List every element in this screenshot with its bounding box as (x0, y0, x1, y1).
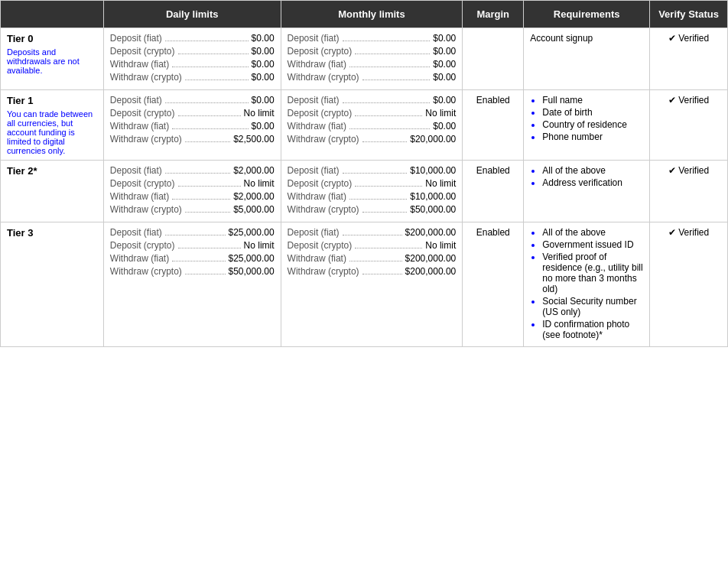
requirement-item: Phone number (542, 132, 643, 142)
table-row: Tier 0Deposits and withdrawals are not a… (1, 28, 728, 90)
limit-label: Deposit (fiat) (288, 33, 340, 44)
limit-value: No limit (244, 240, 275, 251)
limit-value: $0.00 (433, 121, 456, 132)
limit-dots (178, 106, 241, 116)
limit-dots (362, 132, 408, 142)
verified-badge: ✔ Verified (668, 227, 709, 238)
limit-value: $10,000.00 (410, 191, 456, 202)
daily-limits-cell: Deposit (fiat) $25,000.00 Deposit (crypt… (103, 222, 281, 347)
limit-dots (178, 44, 249, 54)
verify-status-cell: ✔ Verified (650, 90, 728, 161)
limit-dots (349, 57, 430, 67)
limit-label: Withdraw (fiat) (110, 191, 169, 202)
limit-value: $10,000.00 (410, 165, 456, 176)
table-row: Tier 1You can trade between all currenci… (1, 90, 728, 161)
tier-cell: Tier 2* (1, 161, 104, 222)
requirement-item: Country of residence (542, 119, 643, 130)
limit-value: No limit (244, 108, 275, 119)
limit-value: No limit (425, 240, 456, 251)
table-row: Tier 2* Deposit (fiat) $2,000.00 Deposit… (1, 161, 728, 222)
limit-dots (343, 93, 431, 103)
margin-cell: Enabled (463, 222, 524, 347)
limit-row: Withdraw (fiat) $0.00 (110, 59, 275, 70)
limit-value: No limit (244, 178, 275, 189)
col-monthly-header: Monthly limits (281, 1, 463, 28)
limit-label: Deposit (fiat) (110, 165, 162, 176)
limit-label: Withdraw (fiat) (288, 191, 346, 202)
limit-row: Withdraw (fiat) $0.00 (288, 121, 457, 132)
limit-dots (349, 251, 402, 261)
limit-row: Withdraw (crypto) $0.00 (288, 72, 457, 83)
limit-label: Deposit (crypto) (110, 108, 175, 119)
limit-value: $2,000.00 (233, 191, 274, 202)
limit-label: Deposit (fiat) (110, 33, 162, 44)
table-row: Tier 3 Deposit (fiat) $25,000.00 Deposit… (1, 222, 728, 347)
limit-row: Deposit (crypto) $0.00 (110, 46, 275, 57)
limit-row: Withdraw (crypto) $5,000.00 (110, 204, 275, 215)
limit-value: $200,000.00 (405, 266, 457, 277)
limit-row: Deposit (fiat) $0.00 (288, 95, 457, 106)
limit-value: $5,000.00 (233, 204, 274, 215)
limit-dots (185, 132, 230, 142)
requirements-cell: All of the aboveGovernment issued IDVeri… (524, 222, 650, 347)
limit-label: Withdraw (crypto) (288, 134, 359, 144)
limit-value: $0.00 (252, 46, 275, 57)
limit-dots (165, 163, 230, 174)
limit-row: Withdraw (crypto) $200,000.00 (288, 266, 457, 277)
requirements-cell: All of the aboveAddress verification (524, 161, 650, 222)
limit-label: Deposit (fiat) (288, 165, 340, 176)
limit-dots (362, 70, 431, 80)
requirement-item: Government issued ID (542, 239, 643, 250)
limit-dots (165, 93, 249, 103)
tier-label: Tier 1 (7, 95, 33, 106)
limit-value: $25,000.00 (229, 227, 275, 238)
margin-cell (463, 28, 524, 90)
limit-row: Deposit (fiat) $25,000.00 (110, 227, 275, 238)
daily-limits-cell: Deposit (fiat) $0.00 Deposit (crypto) No… (103, 90, 281, 161)
limit-dots (185, 264, 226, 274)
limit-dots (343, 31, 431, 41)
limit-value: $0.00 (433, 59, 456, 70)
verify-status-cell: ✔ Verified (650, 222, 728, 347)
limit-label: Withdraw (fiat) (110, 253, 169, 264)
limit-dots (172, 119, 248, 129)
limit-value: $0.00 (252, 59, 275, 70)
requirement-item: Verified proof of residence (e.g., utili… (542, 252, 643, 294)
col-daily-header: Daily limits (103, 1, 281, 28)
requirements-list: All of the aboveAddress verification (530, 165, 643, 188)
limit-dots (355, 176, 422, 187)
daily-limits-cell: Deposit (fiat) $2,000.00 Deposit (crypto… (103, 161, 281, 222)
monthly-limits-cell: Deposit (fiat) $10,000.00 Deposit (crypt… (281, 161, 463, 222)
limit-dots (355, 44, 430, 54)
limit-dots (185, 202, 230, 213)
col-margin-header: Margin (463, 1, 524, 28)
limit-row: Deposit (crypto) No limit (110, 178, 275, 189)
limit-row: Deposit (crypto) No limit (110, 108, 275, 119)
limit-row: Deposit (fiat) $2,000.00 (110, 165, 275, 176)
limit-row: Withdraw (crypto) $0.00 (110, 72, 275, 83)
margin-cell: Enabled (463, 90, 524, 161)
limit-row: Deposit (crypto) No limit (288, 240, 457, 251)
limit-row: Withdraw (fiat) $2,000.00 (110, 191, 275, 202)
limit-label: Deposit (crypto) (110, 46, 175, 57)
limit-dots (349, 189, 407, 200)
limit-value: $0.00 (252, 121, 275, 132)
verify-status-cell: ✔ Verified (650, 28, 728, 90)
limit-row: Deposit (crypto) No limit (288, 108, 457, 119)
limit-label: Withdraw (crypto) (110, 266, 182, 277)
requirement-item: Account signup (530, 33, 593, 44)
tier-description: You can trade between all currencies, bu… (7, 109, 97, 155)
limit-value: $25,000.00 (229, 253, 275, 264)
col-verify-header: Verify Status (650, 1, 728, 28)
col-tier-header (1, 1, 104, 28)
limit-dots (172, 57, 248, 67)
limit-value: $50,000.00 (410, 204, 456, 215)
limit-row: Deposit (crypto) No limit (288, 178, 457, 189)
requirement-item: Date of birth (542, 107, 643, 118)
limit-row: Deposit (crypto) $0.00 (288, 46, 457, 57)
limit-row: Withdraw (fiat) $200,000.00 (288, 253, 457, 264)
limit-label: Withdraw (crypto) (288, 204, 359, 215)
limit-label: Withdraw (crypto) (288, 72, 359, 83)
limit-row: Withdraw (crypto) $20,000.00 (288, 134, 457, 144)
limit-label: Withdraw (fiat) (288, 253, 346, 264)
